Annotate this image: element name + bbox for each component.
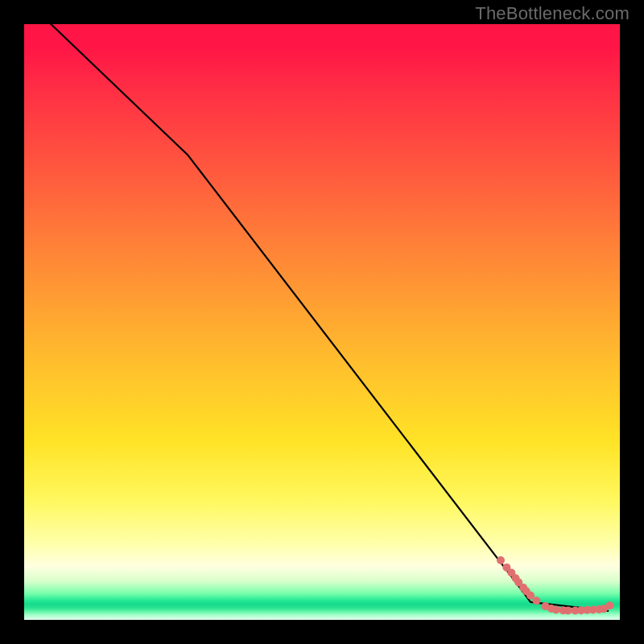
chart-stage: TheBottleneck.com [0, 0, 644, 644]
scatter-point [497, 556, 505, 564]
scatter-point [552, 605, 560, 613]
chart-overlay [24, 24, 620, 620]
scatter-point [532, 597, 540, 605]
curve-path [51, 24, 608, 611]
plot-area [24, 24, 620, 620]
watermark-text: TheBottleneck.com [475, 3, 630, 24]
scatter-point [564, 607, 572, 615]
scatter-point [526, 592, 535, 600]
scatter-points [497, 556, 613, 615]
curve-line [51, 24, 608, 611]
scatter-point [605, 601, 613, 609]
